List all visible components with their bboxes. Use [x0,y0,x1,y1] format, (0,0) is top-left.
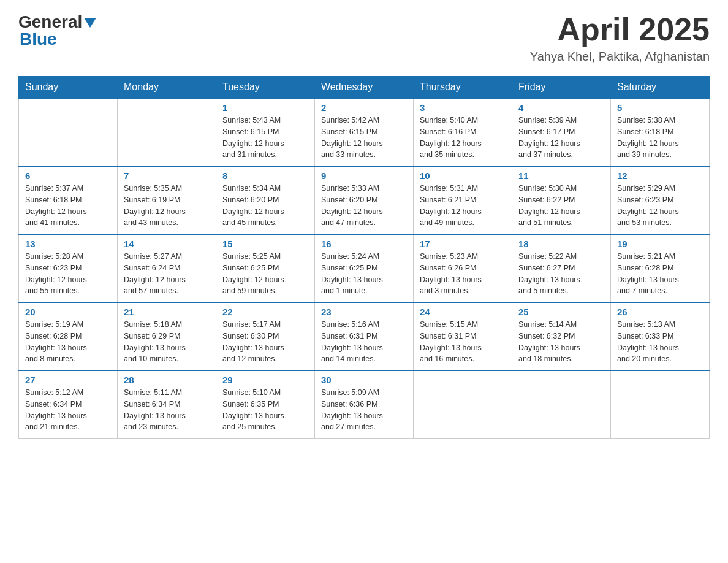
day-number: 8 [222,170,308,181]
day-info: Sunrise: 5:12 AMSunset: 6:34 PMDaylight:… [25,387,111,433]
day-cell-w3-d5: 25Sunrise: 5:14 AMSunset: 6:32 PMDayligh… [512,302,611,370]
day-info: Sunrise: 5:28 AMSunset: 6:23 PMDaylight:… [25,251,111,297]
day-cell-w4-d5 [512,370,611,439]
day-info: Sunrise: 5:09 AMSunset: 6:36 PMDaylight:… [321,387,407,433]
logo-blue-text: Blue [18,29,57,49]
day-info: Sunrise: 5:11 AMSunset: 6:34 PMDaylight:… [124,387,210,433]
day-number: 19 [617,239,703,249]
day-cell-w0-d5: 4Sunrise: 5:39 AMSunset: 6:17 PMDaylight… [512,98,611,166]
day-number: 20 [25,307,111,317]
day-number: 12 [617,170,703,181]
day-cell-w0-d0 [19,98,118,166]
day-info: Sunrise: 5:14 AMSunset: 6:32 PMDaylight:… [518,319,604,365]
day-info: Sunrise: 5:27 AMSunset: 6:24 PMDaylight:… [124,251,210,297]
day-info: Sunrise: 5:22 AMSunset: 6:27 PMDaylight:… [518,251,604,297]
day-info: Sunrise: 5:30 AMSunset: 6:22 PMDaylight:… [518,183,604,229]
header-friday: Friday [512,77,611,99]
day-info: Sunrise: 5:40 AMSunset: 6:16 PMDaylight:… [420,115,506,161]
day-info: Sunrise: 5:25 AMSunset: 6:25 PMDaylight:… [222,251,308,297]
day-cell-w1-d1: 7Sunrise: 5:35 AMSunset: 6:19 PMDaylight… [118,166,216,234]
day-number: 22 [222,307,308,317]
day-cell-w0-d3: 2Sunrise: 5:42 AMSunset: 6:15 PMDaylight… [315,98,414,166]
day-cell-w4-d1: 28Sunrise: 5:11 AMSunset: 6:34 PMDayligh… [118,370,216,439]
day-info: Sunrise: 5:15 AMSunset: 6:31 PMDaylight:… [420,319,506,365]
day-cell-w2-d6: 19Sunrise: 5:21 AMSunset: 6:28 PMDayligh… [611,234,710,302]
day-info: Sunrise: 5:23 AMSunset: 6:26 PMDaylight:… [420,251,506,297]
day-cell-w3-d2: 22Sunrise: 5:17 AMSunset: 6:30 PMDayligh… [216,302,315,370]
day-cell-w2-d1: 14Sunrise: 5:27 AMSunset: 6:24 PMDayligh… [118,234,216,302]
day-number: 14 [124,239,210,249]
day-info: Sunrise: 5:19 AMSunset: 6:28 PMDaylight:… [25,319,111,365]
day-number: 1 [222,102,308,113]
day-cell-w2-d2: 15Sunrise: 5:25 AMSunset: 6:25 PMDayligh… [216,234,315,302]
day-cell-w3-d6: 26Sunrise: 5:13 AMSunset: 6:33 PMDayligh… [611,302,710,370]
day-number: 24 [420,307,506,317]
day-info: Sunrise: 5:34 AMSunset: 6:20 PMDaylight:… [222,183,308,229]
week-row-2: 13Sunrise: 5:28 AMSunset: 6:23 PMDayligh… [19,234,710,302]
day-number: 9 [321,170,407,181]
day-cell-w0-d2: 1Sunrise: 5:43 AMSunset: 6:15 PMDaylight… [216,98,315,166]
day-cell-w1-d3: 9Sunrise: 5:33 AMSunset: 6:20 PMDaylight… [315,166,414,234]
day-cell-w0-d4: 3Sunrise: 5:40 AMSunset: 6:16 PMDaylight… [414,98,512,166]
weekday-header-row: Sunday Monday Tuesday Wednesday Thursday… [19,77,710,99]
day-number: 2 [321,102,407,113]
week-row-1: 6Sunrise: 5:37 AMSunset: 6:18 PMDaylight… [19,166,710,234]
day-number: 13 [25,239,111,249]
day-info: Sunrise: 5:18 AMSunset: 6:29 PMDaylight:… [124,319,210,365]
logo: General Blue [18,12,96,49]
day-cell-w1-d5: 11Sunrise: 5:30 AMSunset: 6:22 PMDayligh… [512,166,611,234]
day-info: Sunrise: 5:38 AMSunset: 6:18 PMDaylight:… [617,115,703,161]
day-number: 27 [25,375,111,385]
day-number: 15 [222,239,308,249]
week-row-4: 27Sunrise: 5:12 AMSunset: 6:34 PMDayligh… [19,370,710,439]
day-number: 26 [617,307,703,317]
calendar-title: April 2025 [530,12,710,47]
title-section: April 2025 Yahya Khel, Paktika, Afghanis… [530,12,710,64]
day-cell-w4-d2: 29Sunrise: 5:10 AMSunset: 6:35 PMDayligh… [216,370,315,439]
day-cell-w3-d4: 24Sunrise: 5:15 AMSunset: 6:31 PMDayligh… [414,302,512,370]
day-info: Sunrise: 5:21 AMSunset: 6:28 PMDaylight:… [617,251,703,297]
day-number: 23 [321,307,407,317]
day-number: 21 [124,307,210,317]
day-number: 17 [420,239,506,249]
day-number: 4 [518,102,604,113]
day-cell-w1-d2: 8Sunrise: 5:34 AMSunset: 6:20 PMDaylight… [216,166,315,234]
day-info: Sunrise: 5:43 AMSunset: 6:15 PMDaylight:… [222,115,308,161]
day-number: 10 [420,170,506,181]
header-monday: Monday [118,77,216,99]
day-cell-w0-d1 [118,98,216,166]
header-saturday: Saturday [611,77,710,99]
day-info: Sunrise: 5:35 AMSunset: 6:19 PMDaylight:… [124,183,210,229]
day-number: 6 [25,170,111,181]
day-number: 29 [222,375,308,385]
day-info: Sunrise: 5:24 AMSunset: 6:25 PMDaylight:… [321,251,407,297]
header-thursday: Thursday [414,77,512,99]
calendar-table: Sunday Monday Tuesday Wednesday Thursday… [18,76,710,439]
day-cell-w2-d5: 18Sunrise: 5:22 AMSunset: 6:27 PMDayligh… [512,234,611,302]
day-number: 18 [518,239,604,249]
day-info: Sunrise: 5:17 AMSunset: 6:30 PMDaylight:… [222,319,308,365]
day-cell-w2-d4: 17Sunrise: 5:23 AMSunset: 6:26 PMDayligh… [414,234,512,302]
day-cell-w4-d3: 30Sunrise: 5:09 AMSunset: 6:36 PMDayligh… [315,370,414,439]
day-cell-w3-d0: 20Sunrise: 5:19 AMSunset: 6:28 PMDayligh… [19,302,118,370]
day-cell-w2-d3: 16Sunrise: 5:24 AMSunset: 6:25 PMDayligh… [315,234,414,302]
header-tuesday: Tuesday [216,77,315,99]
week-row-0: 1Sunrise: 5:43 AMSunset: 6:15 PMDaylight… [19,98,710,166]
day-cell-w4-d0: 27Sunrise: 5:12 AMSunset: 6:34 PMDayligh… [19,370,118,439]
day-cell-w1-d0: 6Sunrise: 5:37 AMSunset: 6:18 PMDaylight… [19,166,118,234]
day-number: 28 [124,375,210,385]
day-info: Sunrise: 5:39 AMSunset: 6:17 PMDaylight:… [518,115,604,161]
day-cell-w3-d3: 23Sunrise: 5:16 AMSunset: 6:31 PMDayligh… [315,302,414,370]
day-info: Sunrise: 5:16 AMSunset: 6:31 PMDaylight:… [321,319,407,365]
header-wednesday: Wednesday [315,77,414,99]
day-cell-w4-d6 [611,370,710,439]
logo-arrow-icon [84,18,96,28]
day-cell-w4-d4 [414,370,512,439]
header-sunday: Sunday [19,77,118,99]
day-cell-w3-d1: 21Sunrise: 5:18 AMSunset: 6:29 PMDayligh… [118,302,216,370]
day-number: 5 [617,102,703,113]
day-number: 11 [518,170,604,181]
day-info: Sunrise: 5:10 AMSunset: 6:35 PMDaylight:… [222,387,308,433]
day-info: Sunrise: 5:37 AMSunset: 6:18 PMDaylight:… [25,183,111,229]
day-cell-w1-d6: 12Sunrise: 5:29 AMSunset: 6:23 PMDayligh… [611,166,710,234]
